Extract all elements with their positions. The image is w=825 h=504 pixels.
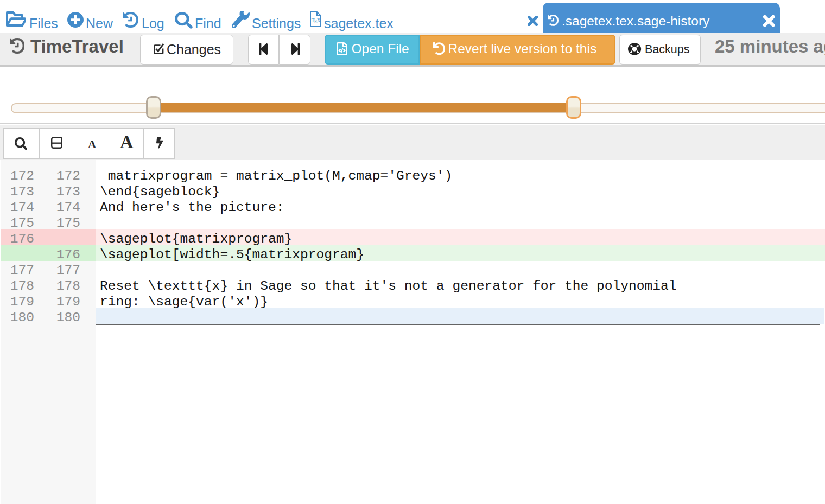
- svg-text:TEX: TEX: [312, 18, 321, 24]
